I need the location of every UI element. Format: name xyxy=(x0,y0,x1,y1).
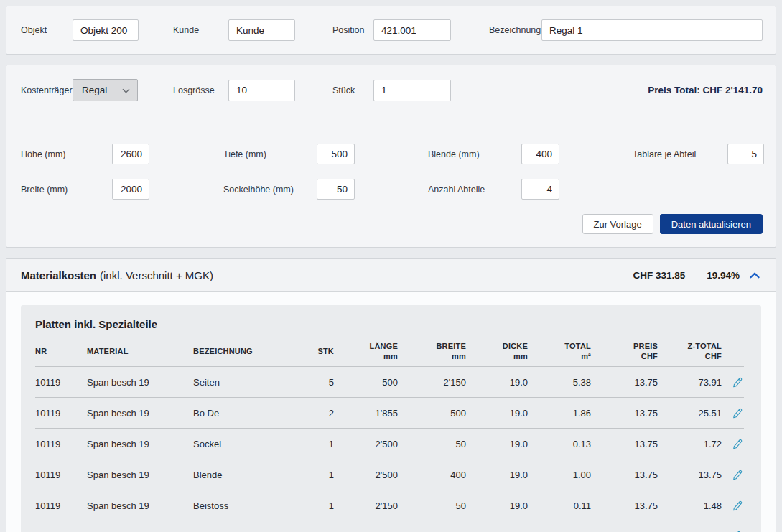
calc-panel: Kostenträger Regal Losgrösse Stück Preis… xyxy=(6,65,776,248)
chevron-up-icon[interactable] xyxy=(750,272,760,279)
chevron-down-icon xyxy=(122,85,130,95)
hoehe-input[interactable] xyxy=(112,144,149,164)
cell-nr: 10119 xyxy=(35,500,87,511)
cell-laenge: 2'500 xyxy=(334,470,398,480)
table-row: 10119Span besch 19Seiten55002'15019.05.3… xyxy=(35,367,744,398)
action-button-row: Zur Vorlage Daten aktualisieren xyxy=(6,214,763,234)
preis-total: Preis Total: CHF 2'141.70 xyxy=(648,85,763,95)
tiefe-input[interactable] xyxy=(317,144,355,164)
cell-total: 1.86 xyxy=(528,408,591,419)
cell-nr: 10119 xyxy=(35,439,87,449)
cell-preis: 13.75 xyxy=(591,500,658,511)
stueck-input[interactable] xyxy=(373,80,451,101)
position-input[interactable] xyxy=(373,19,451,41)
materialkosten-subtitle: (inkl. Verschnitt + MGK) xyxy=(100,269,213,281)
column-header-dicke: DICKEmm xyxy=(466,341,528,361)
table-row: 10119Span besch 19Blende12'50040019.01.0… xyxy=(35,459,744,490)
blende-input[interactable] xyxy=(521,144,559,164)
cell-laenge: 2'150 xyxy=(334,500,398,511)
materialkosten-title: Materialkosten xyxy=(21,269,96,281)
sockelhoehe-label: Sockelhöhe (mm) xyxy=(223,185,317,195)
cell-laenge: 500 xyxy=(334,377,398,388)
kostentraeger-selected-value: Regal xyxy=(82,85,107,95)
hoehe-label: Höhe (mm) xyxy=(21,149,112,159)
cell-dicke: 19.0 xyxy=(466,377,528,388)
breite-label: Breite (mm) xyxy=(21,185,112,195)
cell-total: 5.38 xyxy=(528,377,591,388)
cell-total: 0.11 xyxy=(528,500,591,511)
cell-dicke: 19.0 xyxy=(466,500,528,511)
object-panel: Objekt Kunde Position Bezeichnung xyxy=(6,6,776,55)
table-row: 10119Span besch 19Sockel12'5005019.00.13… xyxy=(35,429,744,459)
losgroesse-label: Losgrösse xyxy=(173,85,228,95)
bezeichnung-input[interactable] xyxy=(541,19,763,41)
cell-preis: 13.75 xyxy=(591,408,658,419)
platten-title: Platten inkl. Spezialteile xyxy=(35,305,744,341)
column-header-nr: NR xyxy=(35,346,87,356)
plate-table-header: NRMATERIALBEZEICHNUNGSTKLÄNGEmmBREITEmmD… xyxy=(35,341,744,367)
blende-label: Blende (mm) xyxy=(428,149,521,159)
objekt-input[interactable] xyxy=(73,19,139,41)
cell-bezeichnung: Blende xyxy=(193,470,287,480)
edit-icon[interactable] xyxy=(722,500,745,512)
platten-card: Platten inkl. Spezialteile NRMATERIALBEZ… xyxy=(21,305,761,532)
next-row-partial xyxy=(35,521,744,532)
edit-icon[interactable] xyxy=(722,438,745,450)
breite-input[interactable] xyxy=(112,179,149,200)
objekt-label: Objekt xyxy=(21,25,73,35)
cell-nr: 10119 xyxy=(35,470,87,480)
cell-ztotal: 25.51 xyxy=(658,408,722,419)
kostentraeger-select[interactable]: Regal xyxy=(73,79,138,101)
calc-top-row: Kostenträger Regal Losgrösse Stück Preis… xyxy=(6,65,776,101)
materialkosten-panel: Materialkosten (inkl. Verschnitt + MGK) … xyxy=(6,258,776,532)
sockelhoehe-input[interactable] xyxy=(317,179,355,200)
kunde-label: Kunde xyxy=(173,25,228,35)
plate-table-body: 10119Span besch 19Seiten55002'15019.05.3… xyxy=(35,367,744,521)
materialkosten-header[interactable]: Materialkosten (inkl. Verschnitt + MGK) … xyxy=(6,259,776,292)
kunde-input[interactable] xyxy=(228,19,295,41)
column-header-bezeichnung: BEZEICHNUNG xyxy=(193,346,287,356)
cell-bezeichnung: Bo De xyxy=(193,408,287,419)
tiefe-label: Tiefe (mm) xyxy=(223,149,317,159)
cell-breite: 400 xyxy=(398,470,466,480)
kostentraeger-label: Kostenträger xyxy=(21,85,73,95)
column-header-l-nge: LÄNGEmm xyxy=(334,341,398,361)
cell-ztotal: 73.91 xyxy=(658,377,722,388)
cell-material: Span besch 19 xyxy=(87,377,193,388)
cell-breite: 50 xyxy=(398,439,466,449)
cell-breite: 2'150 xyxy=(398,377,466,388)
edit-icon[interactable] xyxy=(722,469,745,481)
cell-bezeichnung: Beistoss xyxy=(193,500,287,511)
daten-aktualisieren-button[interactable]: Daten aktualisieren xyxy=(660,214,763,234)
materialkosten-percent: 19.94% xyxy=(707,270,740,281)
cell-stk: 1 xyxy=(287,470,334,480)
zur-vorlage-button[interactable]: Zur Vorlage xyxy=(582,214,653,234)
edit-icon[interactable] xyxy=(722,376,745,388)
materialkosten-total: CHF 331.85 xyxy=(633,270,685,281)
cell-laenge: 1'855 xyxy=(334,408,398,419)
bezeichnung-label: Bezeichnung xyxy=(489,25,541,35)
materialkosten-body: Platten inkl. Spezialteile NRMATERIALBEZ… xyxy=(6,292,776,532)
cell-nr: 10119 xyxy=(35,408,87,419)
cell-material: Span besch 19 xyxy=(87,500,193,511)
anzahl-abteile-label: Anzahl Abteile xyxy=(428,185,521,195)
cell-total: 0.13 xyxy=(528,439,591,449)
cell-stk: 1 xyxy=(287,500,334,511)
cell-material: Span besch 19 xyxy=(87,439,193,449)
anzahl-abteile-input[interactable] xyxy=(521,179,559,200)
table-row: 10119Span besch 19Bo De21'85550019.01.86… xyxy=(35,398,744,429)
cell-breite: 50 xyxy=(398,500,466,511)
edit-icon[interactable] xyxy=(722,407,745,419)
losgroesse-input[interactable] xyxy=(228,80,295,101)
tablare-input[interactable] xyxy=(727,144,764,164)
cell-material: Span besch 19 xyxy=(87,408,193,419)
cell-dicke: 19.0 xyxy=(466,439,528,449)
cell-bezeichnung: Seiten xyxy=(193,377,287,388)
cell-stk: 2 xyxy=(287,408,334,419)
page: { "object_panel": { "fields": [ { "label… xyxy=(0,0,782,532)
tablare-label: Tablare je Abteil xyxy=(633,149,727,159)
cell-preis: 13.75 xyxy=(591,470,658,480)
cell-nr: 10119 xyxy=(35,377,87,388)
cell-preis: 13.75 xyxy=(591,439,658,449)
stueck-label: Stück xyxy=(332,85,373,95)
